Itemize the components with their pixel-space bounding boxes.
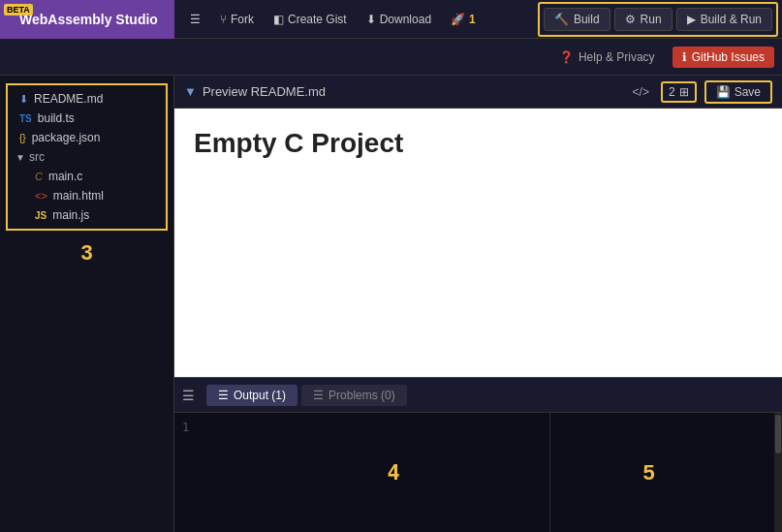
line-number: 1 xyxy=(182,421,189,434)
problems-tab-label: Problems (0) xyxy=(328,389,395,402)
editor-actions: </> 2 ⊞ 💾 Save xyxy=(629,80,772,104)
preview-content: Empty C Project xyxy=(174,109,782,377)
c-icon: C xyxy=(35,171,43,182)
editor-header: ▼ Preview README.md </> 2 ⊞ 💾 Save xyxy=(174,76,782,109)
fork-label: Fork xyxy=(231,13,254,26)
file-build-ts-label: build.ts xyxy=(38,111,75,125)
file-readme[interactable]: ⬇ README.md xyxy=(8,89,166,109)
run-label: Run xyxy=(641,13,662,26)
ts-icon: TS xyxy=(19,113,32,124)
folder-src[interactable]: ▼ src xyxy=(8,147,166,167)
main-area: ⬇ README.md TS build.ts {} package.json … xyxy=(0,76,782,532)
beta-badge: BETA xyxy=(4,4,33,16)
gist-icon: ◧ xyxy=(273,13,284,26)
scrollbar-thumb xyxy=(775,415,781,454)
sidebar: ⬇ README.md TS build.ts {} package.json … xyxy=(0,76,174,532)
file-main-html-label: main.html xyxy=(53,189,104,203)
editor-title: ▼ Preview README.md xyxy=(184,84,326,99)
logo-area: BETA WebAssembly Studio xyxy=(0,0,174,39)
app-title: WebAssembly Studio xyxy=(19,12,158,27)
fork-button[interactable]: ⑂ Fork xyxy=(212,9,262,30)
preview-title: Preview README.md xyxy=(203,84,326,99)
src-files: C main.c <> main.html JS main.js xyxy=(8,167,166,225)
file-package-json-label: package.json xyxy=(32,131,101,144)
sidebar-annotation: 3 xyxy=(0,240,173,266)
run-icon: ⚙ xyxy=(625,13,636,26)
right-toolbar: 🔨 Build ⚙ Run ▶ Build & Run xyxy=(538,2,778,37)
build-run-label: Build & Run xyxy=(701,13,762,26)
output-menu-icon: ☰ xyxy=(218,389,229,402)
md-icon: ⬇ xyxy=(19,93,28,106)
grid-icon: ⊞ xyxy=(679,85,689,99)
gist-label: Create Gist xyxy=(288,13,347,26)
create-gist-button[interactable]: ◧ Create Gist xyxy=(266,9,355,30)
help-icon: ❓ xyxy=(559,50,574,64)
save-button[interactable]: 💾 Save xyxy=(704,80,772,104)
file-main-c-label: main.c xyxy=(48,170,82,183)
problems-menu-icon: ☰ xyxy=(313,389,324,402)
bottom-menu-icon[interactable]: ☰ xyxy=(182,388,195,403)
download-button[interactable]: ⬇ Download xyxy=(359,9,439,30)
code-view-button[interactable]: </> xyxy=(629,83,653,101)
js-icon: JS xyxy=(35,210,47,221)
file-readme-label: README.md xyxy=(34,92,103,106)
file-package-json[interactable]: {} package.json xyxy=(8,128,166,147)
bottom-panel: ☰ ☰ Output (1) ☰ Problems (0) 1 4 5 xyxy=(174,377,782,532)
download-label: Download xyxy=(380,13,431,26)
counter-badge: 1 xyxy=(469,13,476,26)
file-main-js[interactable]: JS main.js xyxy=(23,205,166,225)
output-tab[interactable]: ☰ Output (1) xyxy=(206,385,297,406)
github-label: GitHub Issues xyxy=(692,50,765,64)
view-number: 2 xyxy=(669,85,675,99)
save-label: Save xyxy=(735,85,761,99)
file-main-html[interactable]: <> main.html xyxy=(23,186,166,205)
second-bar: ❓ Help & Privacy ℹ GitHub Issues xyxy=(0,39,782,76)
right-annotation: 5 xyxy=(643,460,655,485)
output-area: 1 4 xyxy=(174,413,549,532)
file-tree: ⬇ README.md TS build.ts {} package.json … xyxy=(6,83,168,231)
bottom-tabs: ☰ ☰ Output (1) ☰ Problems (0) xyxy=(174,378,782,413)
run-button[interactable]: ⚙ Run xyxy=(614,8,673,31)
scrollbar-track[interactable] xyxy=(774,413,782,532)
html-icon: <> xyxy=(35,190,47,202)
json-icon: {} xyxy=(19,133,26,143)
download-icon: ⬇ xyxy=(366,13,376,26)
save-icon: 💾 xyxy=(716,85,731,99)
rocket-icon: 🚀 xyxy=(451,13,465,26)
folder-arrow: ▼ xyxy=(16,152,25,163)
output-tab-label: Output (1) xyxy=(234,389,286,402)
file-main-c[interactable]: C main.c xyxy=(23,167,166,186)
file-main-js-label: main.js xyxy=(52,208,89,222)
build-label: Build xyxy=(574,13,600,26)
help-label: Help & Privacy xyxy=(579,50,655,64)
right-gutter: 5 xyxy=(549,413,782,532)
preview-heading: Empty C Project xyxy=(194,128,763,159)
github-icon: ℹ xyxy=(682,50,687,64)
top-nav: ☰ ⑂ Fork ◧ Create Gist ⬇ Download 🚀 1 xyxy=(174,9,538,30)
file-build-ts[interactable]: TS build.ts xyxy=(8,109,166,128)
content-area: ▼ Preview README.md </> 2 ⊞ 💾 Save Empty… xyxy=(174,76,782,532)
output-annotation: 4 xyxy=(387,460,399,485)
problems-tab[interactable]: ☰ Problems (0) xyxy=(301,385,407,406)
preview-arrow: ▼ xyxy=(184,84,197,99)
code-icon: </> xyxy=(633,85,649,99)
build-button[interactable]: 🔨 Build xyxy=(544,8,610,31)
top-bar: BETA WebAssembly Studio ☰ ⑂ Fork ◧ Creat… xyxy=(0,0,782,39)
github-issues-button[interactable]: ℹ GitHub Issues xyxy=(673,47,774,68)
menu-icon: ☰ xyxy=(190,13,201,26)
build-icon: 🔨 xyxy=(554,13,569,26)
fork-icon: ⑂ xyxy=(220,13,227,26)
view-number-badge: 2 ⊞ xyxy=(661,81,697,103)
bottom-content: 1 4 5 xyxy=(174,413,782,532)
help-privacy-button[interactable]: ❓ Help & Privacy xyxy=(549,47,665,68)
build-run-button[interactable]: ▶ Build & Run xyxy=(676,8,772,31)
rocket-button[interactable]: 🚀 1 xyxy=(443,9,484,30)
folder-src-label: src xyxy=(29,150,45,164)
build-run-icon: ▶ xyxy=(687,13,696,26)
menu-button[interactable]: ☰ xyxy=(182,9,208,30)
